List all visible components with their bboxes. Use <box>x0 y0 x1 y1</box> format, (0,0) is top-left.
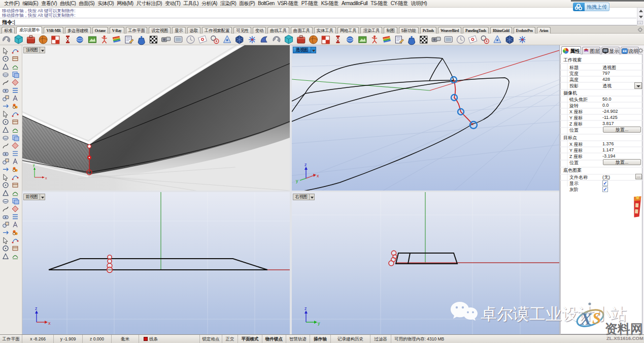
svg-text:ZL.XS1616.COM: ZL.XS1616.COM <box>606 335 643 341</box>
svg-text:S: S <box>592 309 601 327</box>
svg-text:x: x <box>45 176 47 180</box>
svg-text:x: x <box>48 321 51 326</box>
svg-text:y: y <box>296 178 298 183</box>
svg-text:X: X <box>580 310 592 328</box>
svg-text:y: y <box>318 321 320 326</box>
svg-text:x: x <box>317 173 319 178</box>
svg-text:z: z <box>304 306 307 311</box>
svg-text:z: z <box>304 162 307 167</box>
svg-text:资料网: 资料网 <box>605 322 643 336</box>
svg-text:y: y <box>33 163 35 167</box>
svg-text:z: z <box>35 306 38 311</box>
